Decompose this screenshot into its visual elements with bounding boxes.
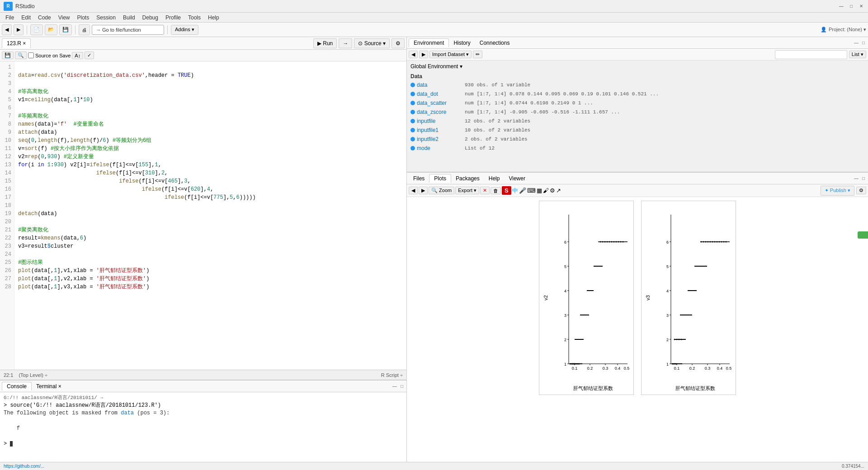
menu-item-code[interactable]: Code (34, 14, 55, 22)
env-back-btn[interactable]: ◀ (409, 51, 418, 58)
icon-color-btn[interactable]: 🖌 (543, 187, 549, 194)
console-minimize-btn[interactable]: — (391, 384, 398, 389)
env-row-data-dot[interactable]: data_dot num [1:7, 1:4] 0.078 0.144 0.09… (409, 89, 866, 99)
files-tab-files[interactable]: Files (409, 174, 429, 183)
svg-point-100 (721, 241, 722, 243)
publish-btn[interactable]: ✦ Publish ▾ (821, 186, 854, 196)
menu-item-debug[interactable]: Debug (139, 14, 162, 22)
env-row-data-zscore[interactable]: data_zscore num [1:7, 1:4] -0.905 -0.605… (409, 108, 866, 117)
console-line-4: f (4, 425, 403, 432)
menu-item-file[interactable]: File (2, 14, 18, 22)
addins-button[interactable]: Addins ▾ (171, 25, 198, 35)
menu-item-view[interactable]: View (55, 14, 74, 22)
delete-plot-btn[interactable]: ✕ (480, 187, 490, 194)
env-tab-environment[interactable]: Environment (409, 38, 449, 47)
clear-plots-btn[interactable]: 🗑 (491, 187, 501, 194)
statusbar: https://github.com/... 0.374154... (0, 462, 868, 470)
icon-arrow-btn[interactable]: ↗ (556, 187, 561, 194)
svg-point-93 (705, 241, 707, 243)
goto-file-button[interactable]: → Go to file/function (92, 25, 164, 35)
svg-point-98 (717, 241, 718, 243)
search-replace-button[interactable]: 🔍 (15, 52, 27, 59)
print-button[interactable]: 🖨 (79, 24, 90, 35)
project-indicator: 👤 Project: (None) ▾ (821, 27, 866, 33)
code-area[interactable]: data=read.csv('discretization_data.csv',… (14, 61, 406, 370)
env-tab-history[interactable]: History (449, 39, 475, 47)
new-file-button[interactable]: 📄 (30, 24, 43, 35)
files-tab-viewer[interactable]: Viewer (504, 174, 529, 183)
icon-settings-btn[interactable]: ⚙ (550, 187, 555, 194)
console-content[interactable]: G:/!! aaclassnew/R语言/20181011/ → > sourc… (0, 392, 406, 470)
list-view-btn[interactable]: List ▾ (849, 51, 866, 58)
editor-tab-123r[interactable]: 123.R × (2, 38, 31, 48)
menu-item-plots[interactable]: Plots (74, 14, 93, 22)
export-btn[interactable]: Export ▾ (455, 187, 479, 194)
env-forward-btn[interactable]: ▶ (419, 51, 428, 58)
icon-keyboard-btn[interactable]: ⌨ (527, 187, 536, 194)
menu-item-build[interactable]: Build (119, 14, 139, 22)
console-tab-terminal[interactable]: Terminal × (32, 382, 66, 390)
import-dataset-btn[interactable]: Import Dataset ▾ (429, 51, 472, 58)
svg-point-86 (681, 339, 682, 340)
files-tab-plots[interactable]: Plots (429, 174, 451, 183)
env-edit-btn[interactable]: ✏ (473, 51, 482, 58)
files-maximize-btn[interactable]: □ (861, 176, 866, 181)
env-row-data[interactable]: data 930 obs. of 1 variable (409, 80, 866, 89)
maximize-button[interactable]: □ (848, 3, 854, 9)
source-on-save-label[interactable]: Source on Save (28, 52, 71, 58)
svg-point-44 (607, 241, 608, 243)
run-button[interactable]: ▶ Run (313, 38, 337, 48)
svg-text:0.3: 0.3 (603, 366, 609, 371)
env-circle-data-scatter (410, 101, 415, 105)
menu-item-edit[interactable]: Edit (18, 14, 34, 22)
close-button[interactable]: ✕ (858, 3, 864, 9)
plot-v3: v3 1 2 3 4 5 6 (641, 201, 736, 395)
back-button[interactable]: ◀ (2, 24, 12, 35)
svg-text:3: 3 (666, 313, 669, 318)
code-format-button[interactable]: A↕ (72, 52, 83, 59)
menu-item-tools[interactable]: Tools (184, 14, 204, 22)
source-on-save-checkbox[interactable] (28, 52, 34, 58)
editor-content[interactable]: 12345 678910 1112131415 1617181920 21222… (0, 61, 406, 370)
console-line-3 (4, 417, 403, 425)
menu-item-help[interactable]: Help (204, 14, 223, 22)
env-row-inputfile[interactable]: inputfile 12 obs. of 2 variables (409, 117, 866, 126)
editor-options-button[interactable]: ⚙ (392, 38, 405, 48)
spell-check-button[interactable]: ✓ (85, 52, 94, 59)
env-row-inputfile2[interactable]: inputfile2 2 obs. of 2 variables (409, 135, 866, 144)
plots-options-btn[interactable]: ⚙ (856, 187, 866, 194)
source-arrow-button[interactable]: → (339, 38, 352, 48)
files-minimize-btn[interactable]: — (853, 176, 860, 181)
plots-back-btn[interactable]: ◀ (409, 187, 418, 194)
save-button[interactable]: 💾 (59, 24, 72, 35)
code-level: (Top Level) ÷ (19, 372, 47, 378)
feedback-button[interactable]: 反馈 (858, 231, 868, 239)
env-panel: Environment History Connections — □ ◀ ▶ … (407, 37, 868, 173)
env-row-data-scatter[interactable]: data_scatter num [1:7, 1:4] 0.0744 0.619… (409, 99, 866, 108)
console-tab-console[interactable]: Console (2, 382, 32, 390)
menu-item-profile[interactable]: Profile (162, 14, 184, 22)
forward-button[interactable]: ▶ (14, 24, 24, 35)
env-tab-connections[interactable]: Connections (475, 39, 514, 47)
minimize-button[interactable]: — (838, 3, 844, 9)
menu-item-session[interactable]: Session (93, 14, 119, 22)
open-file-button[interactable]: 📂 (45, 24, 57, 35)
plots-forward-btn[interactable]: ▶ (419, 187, 428, 194)
save-file-button[interactable]: 💾 (2, 52, 14, 59)
icon-grid-btn[interactable]: ▦ (537, 187, 542, 194)
files-tab-help[interactable]: Help (484, 174, 505, 183)
global-env-selector[interactable]: Global Environment ▾ (409, 62, 866, 70)
toolbar-separator2 (75, 25, 75, 34)
source-button[interactable]: ⊙ Source ▾ (354, 38, 390, 48)
env-row-inputfile1[interactable]: inputfile1 10 obs. of 2 variables (409, 126, 866, 135)
icon-mic-btn[interactable]: 🎤 (519, 187, 526, 194)
files-tab-packages[interactable]: Packages (451, 174, 484, 183)
env-search-input[interactable] (775, 50, 847, 59)
sogou-icon[interactable]: S (502, 186, 511, 195)
env-row-mode[interactable]: mode List of 12 (409, 144, 866, 153)
icon-chinese-btn[interactable]: 中 (512, 187, 518, 195)
env-minimize-btn[interactable]: — (853, 40, 860, 45)
console-maximize-btn[interactable]: □ (399, 384, 405, 389)
env-maximize-btn[interactable]: □ (861, 40, 866, 45)
zoom-btn[interactable]: 🔍 Zoom (429, 187, 454, 194)
